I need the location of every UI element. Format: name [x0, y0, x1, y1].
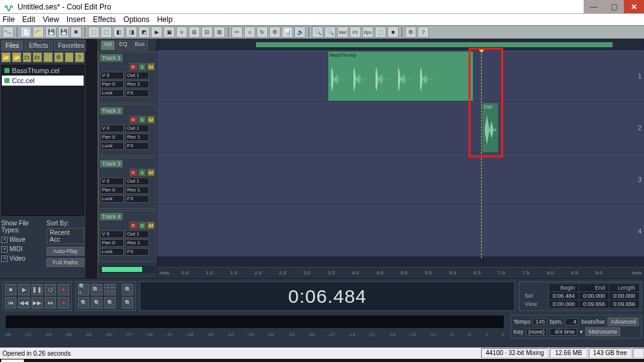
play-loop-button[interactable]: ⭯: [45, 284, 56, 295]
output-field[interactable]: Out 1: [125, 72, 149, 79]
record-mode-button[interactable]: ●: [58, 297, 69, 308]
track-lane-4[interactable]: 4: [157, 205, 644, 257]
tool-icon[interactable]: ⬚: [375, 26, 386, 38]
track-header-3[interactable]: Track 3 RSM V 0Out 1 Pan 0Rec 1 LockFX: [98, 157, 157, 209]
time-ruler[interactable]: hms 0.5 1.0 1.5 2.0 2.5 3.0 3.5 4.0 4.5 …: [157, 267, 644, 278]
save-icon[interactable]: 💾: [45, 26, 57, 38]
taskbar-app-icon[interactable]: 🎨: [24, 359, 47, 362]
rec-field[interactable]: Rec 1: [125, 81, 149, 88]
taskbar-app-icon[interactable]: O: [205, 359, 228, 362]
track-header-4[interactable]: Track 4 RSM V 0Out 1 Pan 0Rec 1 LockFX: [98, 210, 157, 262]
tool-icon[interactable]: ⊟: [201, 26, 213, 38]
level-meter[interactable]: [5, 315, 504, 329]
list-item[interactable]: BassThump.cel: [2, 65, 84, 76]
new-icon[interactable]: 📄: [20, 26, 31, 38]
fx-field[interactable]: FX: [125, 248, 149, 256]
mute-button[interactable]: M: [147, 63, 155, 71]
solo-button[interactable]: S: [138, 169, 146, 176]
view-length[interactable]: 0:09.656: [609, 300, 639, 308]
tool-icon[interactable]: ⊞: [189, 26, 200, 38]
advanced-button[interactable]: Advanced: [608, 317, 639, 326]
track-lane-1[interactable]: BassThump 1: [157, 50, 644, 102]
sel-begin[interactable]: 0:06.484: [548, 292, 579, 300]
tab-bus[interactable]: Bus: [132, 40, 148, 50]
pan-field[interactable]: Pan 0: [100, 133, 124, 141]
rec-field[interactable]: Rec 1: [125, 186, 149, 194]
zoom-v-in-button[interactable]: 🔍: [78, 297, 89, 308]
solo-button[interactable]: S: [138, 116, 146, 123]
overview-bar[interactable]: [160, 40, 641, 49]
maximize-button[interactable]: ▢: [604, 0, 624, 13]
tool-icon[interactable]: 🔊: [294, 26, 306, 38]
bpn-button[interactable]: Bpn: [362, 26, 374, 38]
folder-icon[interactable]: 🗀: [23, 52, 32, 62]
tool-icon[interactable]: ◨: [126, 26, 137, 38]
taskbar-app-icon[interactable]: W: [228, 359, 250, 362]
hscroll-thumb[interactable]: [102, 267, 142, 272]
solo-button[interactable]: S: [138, 222, 146, 229]
tool-icon[interactable]: ⊠: [214, 26, 225, 38]
view-begin[interactable]: 0:00.000: [548, 300, 579, 308]
record-arm-button[interactable]: R: [130, 222, 137, 229]
start-button[interactable]: ⊞: [1, 359, 24, 362]
rec-field[interactable]: Rec 1: [125, 239, 149, 247]
record-button[interactable]: ●: [58, 284, 69, 295]
timeline[interactable]: BassThump 1 Ccc 2 3 4 hms 0.5 1.0 1.5 2.…: [157, 39, 644, 278]
splitter[interactable]: [86, 39, 97, 278]
mute-button[interactable]: M: [147, 222, 155, 229]
folder-icon[interactable]: 🗁: [33, 52, 42, 62]
output-field[interactable]: Out 1: [125, 230, 149, 238]
menu-insert[interactable]: Insert: [67, 15, 86, 24]
rewind-button[interactable]: ◀◀: [18, 297, 30, 308]
menu-file[interactable]: File: [3, 15, 14, 24]
fx-field[interactable]: FX: [125, 195, 149, 203]
taskbar-app-icon[interactable]: 🔵: [137, 359, 160, 362]
status-resize-grip[interactable]: [633, 348, 644, 358]
volume-field[interactable]: V 0: [100, 178, 124, 185]
tool-icon[interactable]: ▣: [164, 26, 175, 38]
zoom-in-button[interactable]: 🔍+: [78, 284, 89, 295]
track-lane-3[interactable]: 3: [157, 154, 644, 205]
metronome-button[interactable]: Metronome: [586, 327, 621, 336]
taskbar-app-icon[interactable]: 🐬: [92, 359, 114, 362]
menu-options[interactable]: Options: [123, 15, 149, 24]
zoom-v-out-button[interactable]: 🔍: [91, 297, 103, 308]
help-icon[interactable]: ?: [418, 26, 429, 38]
record-arm-button[interactable]: R: [130, 63, 137, 71]
taskbar-app-icon[interactable]: 🎵: [160, 359, 182, 362]
track-header-1[interactable]: Track 1 RSM V 0Out 1 Pan 0Rec 1 LockFX: [98, 52, 157, 103]
close-file-icon[interactable]: ✖: [70, 26, 82, 38]
mute-button[interactable]: M: [147, 169, 155, 176]
zoom-out-button[interactable]: 🔍-: [91, 284, 103, 295]
tool-icon[interactable]: ■: [387, 26, 399, 38]
taskbar-app-icon[interactable]: 🌀: [69, 359, 92, 362]
tool-icon[interactable]: 📊: [282, 26, 293, 38]
tab-favorites[interactable]: Favorites: [54, 40, 89, 51]
close-button[interactable]: ✕: [624, 0, 644, 13]
tab-eq[interactable]: EQ: [116, 40, 131, 50]
mute-button[interactable]: M: [147, 116, 155, 123]
tool-icon[interactable]: ◧: [113, 26, 125, 38]
open-icon[interactable]: 📂: [33, 26, 44, 38]
tool-icon[interactable]: 🔍: [312, 26, 323, 38]
rec-field[interactable]: Rec 1: [125, 133, 149, 141]
tool-icon[interactable]: ⎌: [244, 26, 255, 38]
zoom-v-fit-button[interactable]: 🔍: [104, 297, 116, 308]
fullpaths-button[interactable]: Full Paths: [47, 258, 84, 267]
sel-end[interactable]: 0:00.000: [579, 292, 609, 300]
sort-dropdown[interactable]: Recent Acc: [47, 228, 84, 244]
key-dropdown[interactable]: (none): [526, 328, 547, 336]
checkbox-midi[interactable]: ✕: [1, 246, 8, 252]
fx-field[interactable]: FX: [125, 142, 149, 150]
volume-field[interactable]: V 0: [100, 125, 124, 132]
mode-toggle-icon[interactable]: [3, 26, 14, 38]
lock-field[interactable]: Lock: [100, 142, 124, 150]
tool-icon[interactable]: ✂: [231, 26, 243, 38]
pan-field[interactable]: Pan 0: [100, 239, 124, 247]
pan-field[interactable]: Pan 0: [100, 186, 124, 194]
audio-clip[interactable]: Ccc: [482, 103, 499, 153]
record-arm-button[interactable]: R: [130, 116, 137, 123]
zoom-sel-button[interactable]: 🔍: [122, 284, 133, 295]
output-field[interactable]: Out 1: [125, 178, 149, 185]
sel-length[interactable]: 0:00.000: [609, 292, 639, 300]
